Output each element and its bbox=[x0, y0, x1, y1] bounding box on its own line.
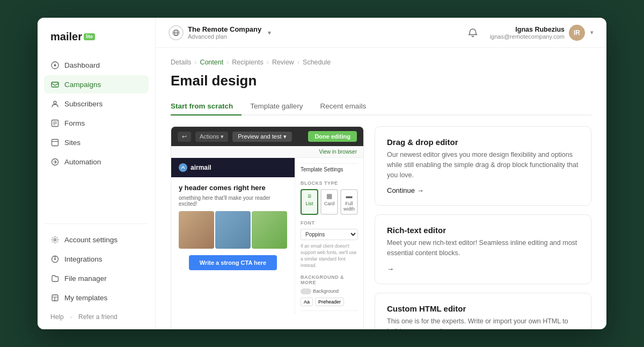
sidebar-item-automation[interactable]: Automation bbox=[44, 153, 149, 171]
blocks-type-label: BLOCKS TYPE bbox=[301, 180, 358, 186]
email-header-bar: airmail bbox=[171, 158, 295, 177]
email-logo-icon bbox=[179, 163, 187, 172]
drag-drop-title: Drag & drop editor bbox=[387, 138, 579, 147]
rich-text-cta-link[interactable]: → bbox=[387, 265, 579, 273]
notifications-bell-button[interactable] bbox=[464, 24, 481, 41]
page-title: Email design bbox=[171, 73, 591, 89]
company-chevron-icon[interactable]: ▾ bbox=[268, 29, 271, 37]
block-option-list[interactable]: ≡ List bbox=[301, 189, 318, 215]
company-info: The Remote Company Advanced plan bbox=[188, 25, 261, 40]
tab-template-gallery[interactable]: Template gallery bbox=[241, 98, 311, 115]
bg-preheader-btn[interactable]: Preheader bbox=[315, 298, 344, 306]
email-headline: y header comes right here bbox=[171, 177, 295, 195]
breadcrumb-sep-1: › bbox=[194, 59, 196, 66]
breadcrumb-review: Review bbox=[272, 59, 294, 66]
toolbar-preview-button[interactable]: Preview and test ▾ bbox=[232, 132, 291, 142]
sidebar-item-subscribers[interactable]: Subscribers bbox=[44, 95, 149, 113]
topbar-right: Ignas Rubezius ignas@remotecompany.com I… bbox=[464, 24, 594, 41]
rich-text-editor-card[interactable]: Rich-text editor Meet your new rich-text… bbox=[375, 214, 591, 284]
breadcrumb-sep-4: › bbox=[297, 59, 299, 66]
breadcrumb-sep-3: › bbox=[267, 59, 269, 66]
breadcrumb-details: Details bbox=[171, 59, 191, 66]
content-settings-link[interactable]: Content Settings bbox=[301, 310, 358, 314]
svg-rect-2 bbox=[52, 82, 58, 87]
svg-point-13 bbox=[54, 258, 56, 260]
drag-drop-cta-text: Continue → bbox=[387, 186, 424, 194]
sidebar-item-label: Dashboard bbox=[64, 61, 100, 69]
account-settings-icon bbox=[50, 235, 59, 244]
font-select[interactable]: Poppins Arial Georgia bbox=[301, 229, 358, 240]
user-area[interactable]: Ignas Rubezius ignas@remotecompany.com I… bbox=[490, 25, 594, 41]
refer-link[interactable]: Refer a friend bbox=[78, 313, 118, 321]
rich-text-cta-text: → bbox=[387, 265, 394, 273]
app-container: mailer lite Dashboard Campaigns bbox=[38, 18, 606, 329]
custom-html-editor-card[interactable]: Custom HTML editor This one is for the e… bbox=[375, 293, 591, 329]
help-link[interactable]: Help bbox=[50, 313, 64, 321]
automation-icon bbox=[50, 157, 59, 166]
topbar-left: The Remote Company Advanced plan ▾ bbox=[169, 25, 271, 40]
company-name: The Remote Company bbox=[188, 25, 261, 34]
bg-label-text: Background bbox=[313, 288, 339, 294]
sidebar-item-sites[interactable]: Sites bbox=[44, 133, 149, 151]
sidebar-item-label: Campaigns bbox=[64, 81, 101, 89]
sidebar-item-account-settings[interactable]: Account settings bbox=[44, 230, 149, 249]
block-option-card[interactable]: ▦ Card bbox=[320, 189, 338, 215]
sidebar-bottom: Account settings Integrations File manag… bbox=[38, 230, 155, 307]
sidebar-item-label: Forms bbox=[64, 119, 85, 127]
drag-drop-cta-link[interactable]: Continue → bbox=[387, 186, 579, 194]
dashboard-icon bbox=[50, 61, 59, 69]
email-image-2 bbox=[215, 211, 251, 249]
sidebar-item-my-templates[interactable]: My templates bbox=[44, 288, 149, 307]
company-globe-icon bbox=[169, 25, 184, 40]
editor-options: Drag & drop editor Our newest editor giv… bbox=[375, 126, 591, 329]
email-cta-button[interactable]: Write a strong CTA here bbox=[189, 255, 277, 270]
email-images bbox=[171, 211, 295, 249]
sidebar-item-file-manager[interactable]: File manager bbox=[44, 269, 149, 287]
svg-point-11 bbox=[54, 238, 56, 241]
avatar: IR bbox=[569, 25, 585, 41]
drag-drop-editor-card[interactable]: Drag & drop editor Our newest editor giv… bbox=[375, 126, 591, 206]
topbar: The Remote Company Advanced plan ▾ Ignas… bbox=[156, 18, 606, 48]
font-label: FONT bbox=[301, 220, 358, 226]
breadcrumb: Details › Content › Recipients › Review … bbox=[171, 59, 591, 66]
sidebar-item-campaigns[interactable]: Campaigns bbox=[44, 75, 149, 93]
bg-toggle-switch[interactable] bbox=[301, 288, 311, 294]
logo-text: mailer bbox=[50, 31, 82, 43]
tab-start-from-scratch[interactable]: Start from scratch bbox=[171, 98, 241, 115]
email-brand-name: airmail bbox=[191, 164, 211, 171]
sidebar-item-label: My templates bbox=[64, 294, 107, 302]
sidebar-item-dashboard[interactable]: Dashboard bbox=[44, 56, 149, 74]
list-block-icon: ≡ bbox=[303, 192, 316, 200]
sites-icon bbox=[50, 138, 59, 147]
preview-toolbar: ↩ Actions ▾ Preview and test ▾ Done edit… bbox=[171, 127, 363, 146]
custom-html-title: Custom HTML editor bbox=[387, 304, 579, 313]
user-chevron-icon: ▾ bbox=[590, 29, 594, 36]
my-templates-icon bbox=[50, 293, 59, 302]
content-area: ↩ Actions ▾ Preview and test ▾ Done edit… bbox=[171, 126, 591, 329]
sidebar-item-label: Subscribers bbox=[64, 100, 103, 108]
user-info: Ignas Rubezius ignas@remotecompany.com bbox=[490, 26, 565, 40]
sidebar-divider bbox=[44, 223, 149, 224]
block-option-full-width[interactable]: ▬ Full width bbox=[340, 189, 358, 215]
sidebar-item-integrations[interactable]: Integrations bbox=[44, 250, 149, 268]
font-note: If an email client doesn't support web f… bbox=[301, 243, 358, 269]
toolbar-done-button[interactable]: Done editing bbox=[308, 131, 357, 142]
toolbar-actions-button[interactable]: Actions ▾ bbox=[195, 132, 228, 142]
tab-recent-emails[interactable]: Recent emails bbox=[312, 98, 375, 115]
email-image-3 bbox=[252, 211, 287, 249]
sidebar-item-label: Automation bbox=[64, 158, 101, 166]
bg-aa-btn[interactable]: Aa bbox=[301, 298, 313, 306]
logo: mailer lite bbox=[50, 31, 142, 43]
email-subtext: omething here that'll make your reader e… bbox=[171, 195, 295, 211]
template-settings-link[interactable]: Template Settings bbox=[301, 163, 358, 175]
sidebar-item-forms[interactable]: Forms bbox=[44, 114, 149, 132]
toolbar-back-button[interactable]: ↩ bbox=[178, 132, 191, 142]
sidebar-item-label: Account settings bbox=[64, 236, 118, 244]
nav-items: Dashboard Campaigns Subscribers bbox=[38, 56, 155, 217]
block-option-list-label: List bbox=[305, 201, 313, 206]
blocks-type-row: ≡ List ▦ Card ▬ Full width bbox=[301, 189, 358, 215]
view-in-browser-link[interactable]: View in browser bbox=[171, 146, 363, 158]
tabs: Start from scratch Template gallery Rece… bbox=[171, 98, 591, 115]
custom-html-desc: This one is for the experts. Write or im… bbox=[387, 316, 579, 329]
bg-toggle[interactable]: Background bbox=[301, 288, 339, 294]
